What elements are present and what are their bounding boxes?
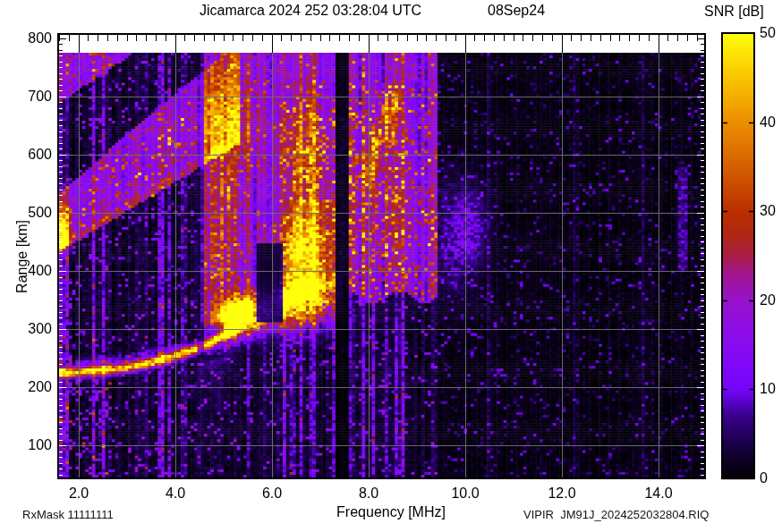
colorbar-tick-label: 40 [760,114,782,130]
x-tick-label: 6.0 [252,486,292,501]
colorbar-tick-label: 50 [760,25,782,40]
figure-date: 08Sep24 [488,3,545,18]
x-tick-label: 8.0 [349,486,388,501]
y-tick-label: 600 [16,147,52,162]
x-tick-label: 14.0 [639,486,678,501]
ionogram-figure-page: Jicamarca 2024 252 03:28:04 UTC 08Sep24 … [0,0,782,532]
x-axis-title: Frequency [MHz] [302,504,480,519]
y-axis-title: Range [km] [14,220,30,293]
x-tick-label: 2.0 [59,486,98,501]
ionogram-heatmap-canvas [0,0,782,532]
y-tick-label: 400 [16,263,52,278]
colorbar-title: SNR [dB] [704,4,764,19]
file-id-text: VIPIR JM91J_2024252032804.RIQ [523,509,709,521]
colorbar-tick-label: 30 [760,203,782,218]
y-tick-label: 800 [16,30,52,46]
colorbar-tick-label: 10 [760,381,782,396]
y-tick-label: 100 [16,437,52,452]
y-tick-label: 300 [16,321,52,336]
y-tick-label: 200 [16,379,52,394]
rx-mask-text: RxMask 11111111 [22,509,114,521]
y-tick-label: 700 [16,89,52,104]
colorbar-tick-label: 20 [760,292,782,308]
colorbar-tick-label: 0 [760,470,782,486]
figure-title: Jicamarca 2024 252 03:28:04 UTC [200,3,421,18]
y-tick-label: 500 [16,205,52,220]
x-tick-label: 12.0 [542,486,582,501]
x-tick-label: 4.0 [156,486,195,501]
x-tick-label: 10.0 [446,486,485,501]
